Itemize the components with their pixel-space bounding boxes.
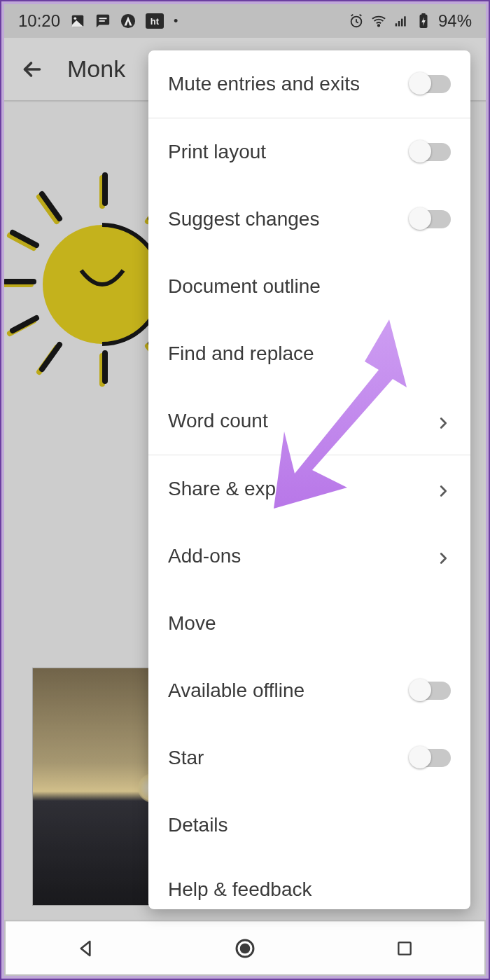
menu-help-feedback[interactable]: Help & feedback bbox=[148, 859, 470, 909]
menu-label: Word count bbox=[168, 410, 268, 432]
chevron-right-icon bbox=[435, 548, 451, 564]
overflow-menu: Mute entries and exits Print layout Sugg… bbox=[148, 50, 470, 909]
alarm-icon bbox=[349, 13, 364, 29]
clock-text: 10:20 bbox=[18, 11, 60, 31]
menu-star[interactable]: Star bbox=[148, 724, 470, 792]
menu-move[interactable]: Move bbox=[148, 590, 470, 657]
svg-point-1 bbox=[74, 18, 77, 20]
chevron-right-icon bbox=[435, 413, 451, 429]
menu-add-ons[interactable]: Add-ons bbox=[148, 523, 470, 590]
nav-home-button[interactable] bbox=[231, 934, 259, 962]
system-navbar bbox=[6, 921, 484, 974]
back-button[interactable] bbox=[18, 55, 46, 83]
svg-point-8 bbox=[378, 25, 379, 26]
ht-icon: ht bbox=[146, 13, 164, 29]
menu-print-layout[interactable]: Print layout bbox=[148, 118, 470, 186]
document-title[interactable]: Monk bbox=[67, 55, 125, 83]
svg-rect-14 bbox=[421, 13, 426, 15]
toggle-print-layout[interactable] bbox=[412, 143, 451, 161]
menu-label: Available offline bbox=[168, 679, 304, 702]
menu-label: Star bbox=[168, 747, 204, 769]
toggle-suggest-changes[interactable] bbox=[412, 210, 451, 228]
menu-find-replace[interactable]: Find and replace bbox=[148, 320, 470, 387]
dot-icon: • bbox=[174, 14, 178, 29]
image-icon bbox=[70, 13, 85, 29]
toggle-mute[interactable] bbox=[412, 75, 451, 93]
menu-label: Help & feedback bbox=[168, 878, 312, 901]
nav-recent-button[interactable] bbox=[391, 934, 419, 962]
svg-rect-3 bbox=[99, 20, 105, 22]
menu-label: Suggest changes bbox=[168, 208, 319, 230]
toggle-offline[interactable] bbox=[412, 682, 451, 700]
menu-suggest-changes[interactable]: Suggest changes bbox=[148, 186, 470, 253]
menu-label: Find and replace bbox=[168, 343, 314, 365]
menu-mute-entries[interactable]: Mute entries and exits bbox=[148, 50, 470, 118]
menu-label: Move bbox=[168, 612, 216, 635]
status-bar: 10:20 ht • bbox=[4, 4, 486, 38]
svg-rect-2 bbox=[99, 18, 107, 19]
menu-label: Add-ons bbox=[168, 545, 241, 567]
menu-label: Print layout bbox=[168, 141, 266, 163]
battery-icon bbox=[416, 13, 431, 29]
nav-back-button[interactable] bbox=[71, 934, 99, 962]
menu-share-export[interactable]: Share & export bbox=[148, 455, 470, 523]
svg-point-41 bbox=[240, 943, 251, 953]
menu-word-count[interactable]: Word count bbox=[148, 387, 470, 455]
svg-text:ht: ht bbox=[150, 16, 160, 27]
svg-rect-11 bbox=[401, 19, 403, 27]
message-icon bbox=[95, 13, 111, 29]
chevron-right-icon bbox=[435, 481, 451, 497]
menu-document-outline[interactable]: Document outline bbox=[148, 253, 470, 320]
battery-text: 94% bbox=[438, 11, 472, 31]
svg-rect-12 bbox=[404, 16, 406, 26]
toggle-star[interactable] bbox=[412, 749, 451, 767]
svg-line-33 bbox=[42, 345, 59, 369]
menu-details[interactable]: Details bbox=[148, 792, 470, 859]
menu-label: Details bbox=[168, 814, 228, 836]
signal-icon bbox=[393, 13, 409, 29]
menu-label: Share & export bbox=[168, 478, 299, 500]
menu-label: Mute entries and exits bbox=[168, 73, 360, 95]
app-a-icon bbox=[120, 13, 136, 29]
menu-label: Document outline bbox=[168, 275, 321, 298]
svg-rect-10 bbox=[398, 21, 400, 27]
svg-rect-9 bbox=[396, 23, 398, 26]
wifi-icon bbox=[371, 13, 386, 29]
svg-rect-42 bbox=[398, 942, 410, 954]
menu-available-offline[interactable]: Available offline bbox=[148, 657, 470, 724]
